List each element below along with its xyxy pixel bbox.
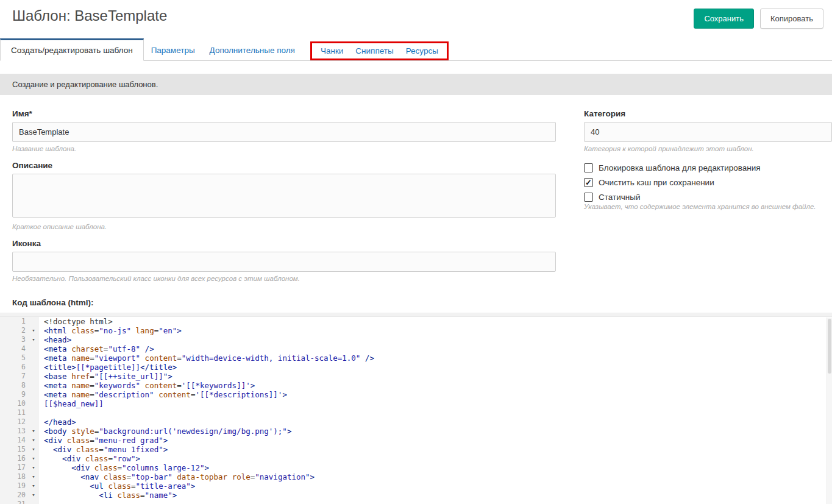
code-line: 7<base href="[[++site_url]]">	[0, 372, 832, 381]
clear-cache-checkbox-row[interactable]: ✓ Очистить кэш при сохранении	[584, 178, 832, 187]
line-number: 6	[0, 363, 28, 372]
tab-chunks[interactable]: Чанки	[321, 46, 343, 55]
code-text[interactable]	[39, 500, 832, 504]
fold-gutter	[28, 399, 39, 408]
fold-gutter	[28, 390, 39, 399]
line-number: 11	[0, 408, 28, 417]
code-line: 12</head>	[0, 417, 832, 427]
code-line: 8<meta name="keywords" content='[[*keywo…	[0, 381, 832, 390]
fold-toggle-icon[interactable]: ▾	[28, 427, 39, 436]
code-text[interactable]	[39, 408, 832, 417]
code-line: 3▾<head>	[0, 335, 832, 344]
line-number: 14	[0, 436, 28, 445]
code-text[interactable]: <ul class="title-area">	[39, 481, 832, 491]
code-text[interactable]: <html class="no-js" lang="en">	[39, 326, 832, 335]
code-line: 19▾ <ul class="title-area">	[0, 481, 832, 491]
line-number: 10	[0, 399, 28, 408]
page-title: Шаблон: BaseTemplate	[12, 7, 167, 24]
code-text[interactable]: <li class="name">	[39, 491, 832, 500]
fold-gutter	[28, 317, 39, 326]
code-line: 5<meta name="viewport" content="width=de…	[0, 353, 832, 363]
save-button[interactable]: Сохранить	[694, 9, 754, 29]
category-input[interactable]	[584, 122, 832, 142]
code-line: 20▾ <li class="name">	[0, 491, 832, 500]
tab-bar: Создать/редактировать шаблон Параметры Д…	[0, 38, 832, 61]
fold-toggle-icon[interactable]: ▾	[28, 481, 39, 491]
tab-snippets[interactable]: Сниппеты	[355, 46, 393, 55]
tab-create-edit-template[interactable]: Создать/редактировать шаблон	[0, 38, 144, 61]
editor-lines[interactable]: 1<!doctype html>2▾<html class="no-js" la…	[0, 317, 832, 504]
editor-scrollbar[interactable]	[827, 318, 832, 504]
line-number: 18	[0, 472, 28, 481]
fold-gutter	[28, 500, 39, 504]
fold-toggle-icon[interactable]: ▾	[28, 445, 39, 454]
info-bar: Создание и редактирование шаблонов.	[0, 74, 832, 95]
fold-toggle-icon[interactable]: ▾	[28, 472, 39, 481]
static-checkbox-row[interactable]: Статичный	[584, 193, 832, 202]
line-number: 3	[0, 335, 28, 344]
code-line: 4<meta charset="utf-8" />	[0, 344, 832, 353]
line-number: 19	[0, 481, 28, 491]
name-input[interactable]	[12, 122, 556, 142]
fold-toggle-icon[interactable]: ▾	[28, 335, 39, 344]
fold-toggle-icon[interactable]: ▾	[28, 436, 39, 445]
code-text[interactable]: <meta charset="utf-8" />	[39, 344, 832, 353]
code-text[interactable]: <base href="[[++site_url]]">	[39, 372, 832, 381]
code-text[interactable]: <div class="row">	[39, 454, 832, 463]
code-text[interactable]: [[$head_new]]	[39, 399, 832, 408]
description-textarea[interactable]	[12, 174, 556, 218]
code-text[interactable]: <div class="menu 1fixed">	[39, 445, 832, 454]
icon-input[interactable]	[12, 252, 556, 272]
static-checkbox[interactable]	[584, 193, 593, 202]
line-number: 1	[0, 317, 28, 326]
fold-toggle-icon[interactable]: ▾	[28, 463, 39, 472]
code-section: Код шаблона (html):	[0, 298, 832, 307]
code-text[interactable]: <head>	[39, 335, 832, 344]
fold-toggle-icon[interactable]: ▾	[28, 454, 39, 463]
lock-template-checkbox[interactable]	[584, 163, 593, 172]
code-text[interactable]: <div class="menu-red grad">	[39, 436, 832, 445]
name-label: Имя*	[12, 109, 556, 118]
line-number: 5	[0, 353, 28, 363]
code-editor[interactable]: 1<!doctype html>2▾<html class="no-js" la…	[0, 313, 832, 504]
fold-gutter	[28, 344, 39, 353]
code-line: 14▾<div class="menu-red grad">	[0, 436, 832, 445]
fold-gutter	[28, 353, 39, 363]
description-help: Краткое описание шаблона.	[12, 223, 556, 230]
clear-cache-label: Очистить кэш при сохранении	[599, 178, 714, 187]
line-number: 13	[0, 427, 28, 436]
line-number: 4	[0, 344, 28, 353]
lock-template-label: Блокировка шаблона для редактирования	[599, 163, 761, 172]
code-line: 17▾ <div class="columns large-12">	[0, 463, 832, 472]
fold-toggle-icon[interactable]: ▾	[28, 491, 39, 500]
code-text[interactable]: <meta name="description" content='[[*des…	[39, 390, 832, 399]
code-line: 16▾ <div class="row">	[0, 454, 832, 463]
icon-help: Необязательно. Пользовательский класс ик…	[12, 275, 556, 282]
line-number: 20	[0, 491, 28, 500]
code-line: 1<!doctype html>	[0, 317, 832, 326]
code-text[interactable]: <div class="columns large-12">	[39, 463, 832, 472]
line-number: 8	[0, 381, 28, 390]
lock-template-checkbox-row[interactable]: Блокировка шаблона для редактирования	[584, 163, 832, 172]
tab-resources[interactable]: Ресурсы	[406, 46, 438, 55]
code-text[interactable]: <title>[[*pagetitle]]</title>	[39, 363, 832, 372]
checkbox-group: Блокировка шаблона для редактирования ✓ …	[584, 163, 832, 210]
line-number: 15	[0, 445, 28, 454]
tab-parameters[interactable]: Параметры	[151, 40, 195, 60]
code-text[interactable]: </head>	[39, 417, 832, 427]
code-text[interactable]: <nav class="top-bar" data-topbar role="n…	[39, 472, 832, 481]
code-text[interactable]: <meta name="keywords" content='[[*keywor…	[39, 381, 832, 390]
editor-scrollbar-thumb[interactable]	[828, 319, 831, 374]
copy-button[interactable]: Копировать	[760, 9, 823, 29]
fold-toggle-icon[interactable]: ▾	[28, 326, 39, 335]
code-text[interactable]: <meta name="viewport" content="width=dev…	[39, 353, 832, 363]
category-label: Категория	[584, 109, 832, 118]
line-number: 7	[0, 372, 28, 381]
code-line: 9<meta name="description" content='[[*de…	[0, 390, 832, 399]
code-text[interactable]: <!doctype html>	[39, 317, 832, 326]
tab-additional-fields[interactable]: Дополнительные поля	[210, 40, 295, 60]
clear-cache-checkbox[interactable]: ✓	[584, 178, 593, 187]
fold-gutter	[28, 408, 39, 417]
code-text[interactable]: <body style="background:url('newdesign/i…	[39, 427, 832, 436]
code-line: 21	[0, 500, 832, 504]
